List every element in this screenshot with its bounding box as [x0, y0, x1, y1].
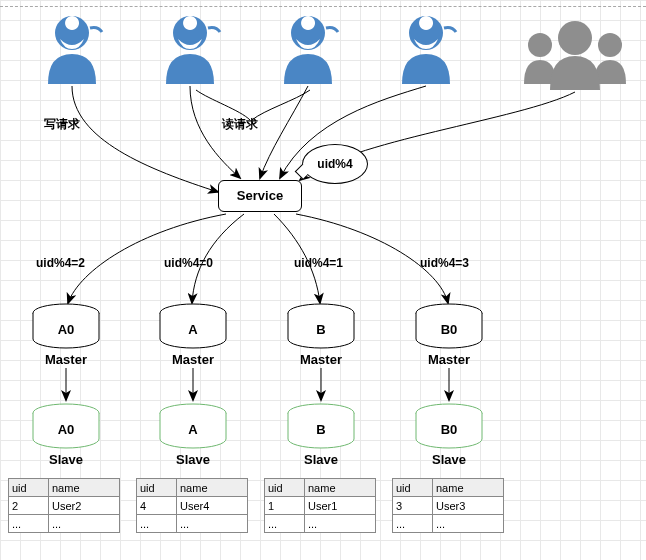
data-table: uidname 3User3 ......: [392, 478, 504, 533]
slave-label: Slave: [416, 452, 482, 467]
table-row: ......: [9, 515, 120, 533]
db-name: B: [288, 322, 354, 337]
data-table: uidname 2User2 ......: [8, 478, 120, 533]
routing-bubble: uid%4: [302, 144, 368, 184]
db-name: A0: [33, 322, 99, 337]
shard-cond: uid%4=0: [164, 256, 213, 270]
db-name: B0: [416, 322, 482, 337]
write-request-label: 写请求: [44, 116, 80, 133]
top-dashed-line: [0, 6, 646, 7]
table-row: 2User2: [9, 497, 120, 515]
db-name: B: [288, 422, 354, 437]
table-row: ......: [265, 515, 376, 533]
master-label: Master: [160, 352, 226, 367]
slave-label: Slave: [160, 452, 226, 467]
table-header-row: uidname: [9, 479, 120, 497]
read-request-label: 读请求: [222, 116, 258, 133]
data-table: uidname 1User1 ......: [264, 478, 376, 533]
data-table: uidname 4User4 ......: [136, 478, 248, 533]
master-label: Master: [288, 352, 354, 367]
db-name: B0: [416, 422, 482, 437]
table-header-row: uidname: [393, 479, 504, 497]
db-name: A: [160, 422, 226, 437]
table-header-row: uidname: [137, 479, 248, 497]
db-name: A: [160, 322, 226, 337]
shard-cond: uid%4=1: [294, 256, 343, 270]
table-row: 1User1: [265, 497, 376, 515]
shard-cond: uid%4=2: [36, 256, 85, 270]
slave-label: Slave: [33, 452, 99, 467]
slave-label: Slave: [288, 452, 354, 467]
table-row: ......: [393, 515, 504, 533]
master-label: Master: [33, 352, 99, 367]
table-header-row: uidname: [265, 479, 376, 497]
master-label: Master: [416, 352, 482, 367]
table-row: 3User3: [393, 497, 504, 515]
table-row: ......: [137, 515, 248, 533]
table-row: 4User4: [137, 497, 248, 515]
canvas-grid: [0, 0, 646, 560]
service-node: Service: [218, 180, 302, 212]
db-name: A0: [33, 422, 99, 437]
shard-cond: uid%4=3: [420, 256, 469, 270]
